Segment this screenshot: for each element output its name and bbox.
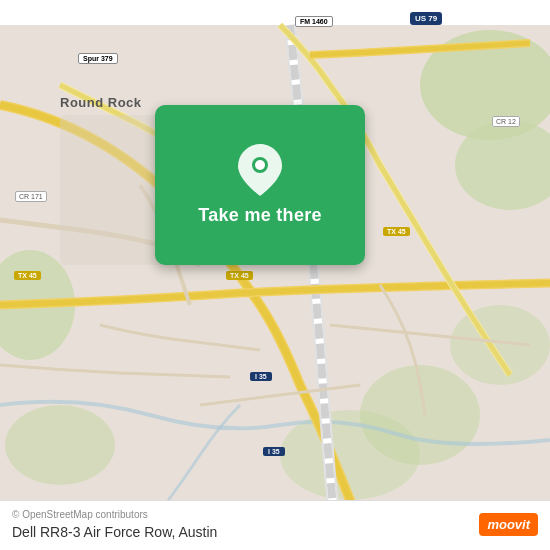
road-badge-us79: US 79 xyxy=(410,14,442,23)
bottom-bar: © OpenStreetMap contributors Dell RR8-3 … xyxy=(0,500,550,550)
road-badge-spur379: Spur 379 xyxy=(78,55,118,62)
road-badge-i35a: I 35 xyxy=(250,373,272,380)
action-label: Take me there xyxy=(198,205,322,226)
road-badge-i35b: I 35 xyxy=(263,448,285,455)
location-name: Dell RR8-3 Air Force Row, Austin xyxy=(12,524,538,540)
road-badge-tx45b: TX 45 xyxy=(226,272,253,279)
take-me-there-button[interactable]: Take me there xyxy=(155,105,365,265)
svg-point-10 xyxy=(255,160,265,170)
road-badge-cr171: CR 171 xyxy=(15,193,47,200)
map-attribution: © OpenStreetMap contributors xyxy=(12,509,538,520)
svg-point-6 xyxy=(450,305,550,385)
road-badge-tx45a: TX 45 xyxy=(383,228,410,235)
road-badge-tx45c: TX 45 xyxy=(14,272,41,279)
svg-point-4 xyxy=(5,405,115,485)
location-pin-icon xyxy=(235,145,285,195)
map-container: Round Rock US 79 FM 1460 Spur 379 CR 171… xyxy=(0,0,550,550)
moovit-logo: moovit xyxy=(479,513,538,536)
road-badge-cr12: CR 12 xyxy=(492,118,520,125)
road-badge-fm1460: FM 1460 xyxy=(295,18,333,25)
city-label: Round Rock xyxy=(60,95,142,110)
